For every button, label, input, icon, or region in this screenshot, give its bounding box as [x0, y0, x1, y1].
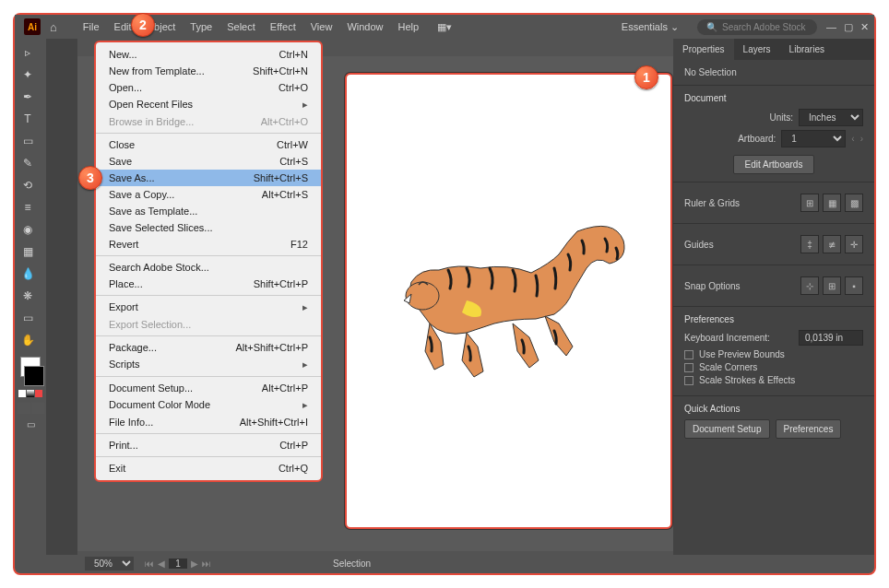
pen-tool[interactable]: ✒ [15, 87, 41, 107]
nav-next-icon[interactable]: ▶ [191, 559, 198, 569]
transparency-grid-icon[interactable]: ▩ [845, 194, 863, 212]
selection-tool[interactable]: ▹ [15, 42, 41, 63]
annotation-badge-3: 3 [78, 166, 102, 190]
menu-item-save-as[interactable]: Save As...Shift+Ctrl+S [96, 170, 321, 186]
menu-item-open[interactable]: Open...Ctrl+O [96, 79, 321, 96]
hand-tool[interactable]: ✋ [15, 330, 41, 350]
snap-point-icon[interactable]: ⊹ [800, 276, 819, 295]
menu-item-export-selection: Export Selection... [96, 316, 321, 333]
menu-item-export[interactable]: Export▸ [96, 299, 321, 316]
menu-type[interactable]: Type [183, 18, 219, 36]
nav-last-icon[interactable]: ⏭ [202, 559, 211, 569]
menu-select[interactable]: Select [219, 18, 263, 36]
nav-prev-icon[interactable]: ◀ [158, 559, 165, 569]
snap-grid-icon[interactable]: ⊞ [823, 276, 841, 295]
artboard-nav-input[interactable] [169, 559, 187, 569]
units-label: Units: [769, 112, 793, 123]
menu-item-new-from-template[interactable]: New from Template...Shift+Ctrl+N [96, 63, 321, 79]
preferences-title: Preferences [684, 314, 863, 324]
snap-options-label: Snap Options [684, 281, 741, 291]
menu-item-exit[interactable]: ExitCtrl+Q [96, 460, 321, 476]
home-icon[interactable]: ⌂ [50, 20, 57, 34]
grid-icon[interactable]: ▦ [823, 194, 841, 212]
maximize-button[interactable]: ▢ [844, 21, 853, 33]
close-button[interactable]: ✕ [860, 21, 869, 33]
artboard-label: Artboard: [738, 134, 776, 144]
rotate-tool[interactable]: ⟲ [15, 175, 41, 195]
menu-window[interactable]: Window [339, 18, 390, 36]
guides-lock-icon[interactable]: ≢ [823, 235, 841, 253]
none-mode-btn[interactable] [35, 390, 42, 397]
width-tool[interactable]: ≡ [15, 197, 41, 218]
menu-item-print[interactable]: Print...Ctrl+P [96, 437, 321, 453]
draw-normal-btn[interactable] [18, 403, 30, 414]
menu-item-document-setup[interactable]: Document Setup...Alt+Ctrl+P [96, 380, 321, 396]
menu-item-browse-in-bridge: Browse in Bridge...Alt+Ctrl+O [96, 113, 321, 130]
stroke-swatch[interactable] [24, 366, 44, 386]
smart-guides-icon[interactable]: ✛ [845, 235, 863, 253]
menu-item-new[interactable]: New...Ctrl+N [96, 46, 321, 63]
tools-panel: ▹ ▹ ✦ ◡ ✒ ~ T ╱ ▭ 🖌 ✎ ◧ ⟲ ⤢ ≡ ⬚ ◉ ▦ ▦ ▮ … [15, 39, 46, 555]
shaper-tool[interactable]: ✎ [15, 153, 41, 173]
menu-help[interactable]: Help [391, 18, 427, 36]
menu-item-save[interactable]: SaveCtrl+S [96, 153, 321, 170]
search-stock-input[interactable]: 🔍Search Adobe Stock [697, 19, 817, 35]
workspace-switcher[interactable]: Essentials ⌄ [612, 18, 688, 36]
keyboard-increment-input[interactable] [799, 330, 863, 346]
guides-show-icon[interactable]: ‡ [800, 235, 819, 253]
file-menu-dropdown: New...Ctrl+NNew from Template...Shift+Ct… [94, 41, 323, 482]
shape-builder-tool[interactable]: ◉ [15, 219, 41, 240]
tab-layers[interactable]: Layers [734, 39, 780, 60]
annotation-badge-2: 2 [131, 13, 155, 37]
eyedropper-tool[interactable]: 💧 [15, 264, 41, 284]
gradient-mode-btn[interactable] [27, 390, 34, 397]
guides-label: Guides [684, 240, 714, 250]
menu-item-save-selected-slices[interactable]: Save Selected Slices... [96, 219, 321, 236]
edit-artboards-button[interactable]: Edit Artboards [733, 155, 815, 174]
collapsed-panels[interactable] [46, 39, 77, 555]
scale-strokes-checkbox[interactable]: Scale Strokes & Effects [684, 375, 863, 385]
units-select[interactable]: Inches [799, 109, 863, 126]
type-tool[interactable]: T [15, 109, 41, 129]
tab-properties[interactable]: Properties [673, 39, 734, 60]
minimize-button[interactable]: — [826, 21, 836, 33]
menu-item-save-a-copy[interactable]: Save a Copy...Alt+Ctrl+S [96, 186, 321, 203]
zoom-select[interactable]: 50% [85, 557, 134, 570]
artboard-prev-icon[interactable]: ‹ [851, 134, 854, 144]
snap-pixel-icon[interactable]: ▪ [845, 276, 863, 295]
menu-item-save-as-template[interactable]: Save as Template... [96, 203, 321, 219]
arrange-docs-icon[interactable]: ▦▾ [437, 21, 452, 33]
menu-item-file-info[interactable]: File Info...Alt+Shift+Ctrl+I [96, 414, 321, 430]
draw-behind-btn[interactable] [31, 403, 44, 414]
document-setup-button[interactable]: Document Setup [684, 419, 770, 439]
menu-item-close[interactable]: CloseCtrl+W [96, 136, 321, 153]
mesh-tool[interactable]: ▦ [15, 241, 41, 262]
artboard[interactable] [345, 73, 672, 529]
rectangle-tool[interactable]: ▭ [15, 131, 41, 151]
menu-item-package[interactable]: Package...Alt+Shift+Ctrl+P [96, 339, 321, 356]
menu-item-scripts[interactable]: Scripts▸ [96, 356, 321, 373]
artboard-tool[interactable]: ▭ [15, 308, 41, 328]
menu-item-document-color-mode[interactable]: Document Color Mode▸ [96, 396, 321, 414]
scale-corners-checkbox[interactable]: Scale Corners [684, 362, 863, 372]
menu-item-place[interactable]: Place...Shift+Ctrl+P [96, 276, 321, 292]
magic-wand-tool[interactable]: ✦ [15, 65, 41, 85]
artboard-next-icon[interactable]: › [860, 134, 863, 144]
menu-item-open-recent-files[interactable]: Open Recent Files▸ [96, 96, 321, 113]
selection-readout: No Selection [684, 67, 863, 77]
menu-effect[interactable]: Effect [263, 18, 303, 36]
tab-libraries[interactable]: Libraries [780, 39, 834, 60]
menu-item-revert[interactable]: RevertF12 [96, 236, 321, 253]
symbol-sprayer-tool[interactable]: ❋ [15, 286, 41, 306]
color-mode-btn[interactable] [18, 390, 26, 397]
menu-file[interactable]: File [76, 18, 107, 36]
nav-first-icon[interactable]: ⏮ [145, 559, 154, 569]
ruler-icon[interactable]: ⊞ [800, 194, 819, 212]
preferences-button[interactable]: Preferences [776, 419, 842, 439]
menu-item-search-adobe-stock[interactable]: Search Adobe Stock... [96, 259, 321, 276]
properties-panel: Properties Layers Libraries No Selection… [673, 39, 874, 555]
screen-mode-btn[interactable]: ▭ [15, 419, 46, 429]
menu-view[interactable]: View [303, 18, 340, 36]
use-preview-bounds-checkbox[interactable]: Use Preview Bounds [684, 349, 863, 359]
artboard-select[interactable]: 1 [781, 130, 846, 147]
